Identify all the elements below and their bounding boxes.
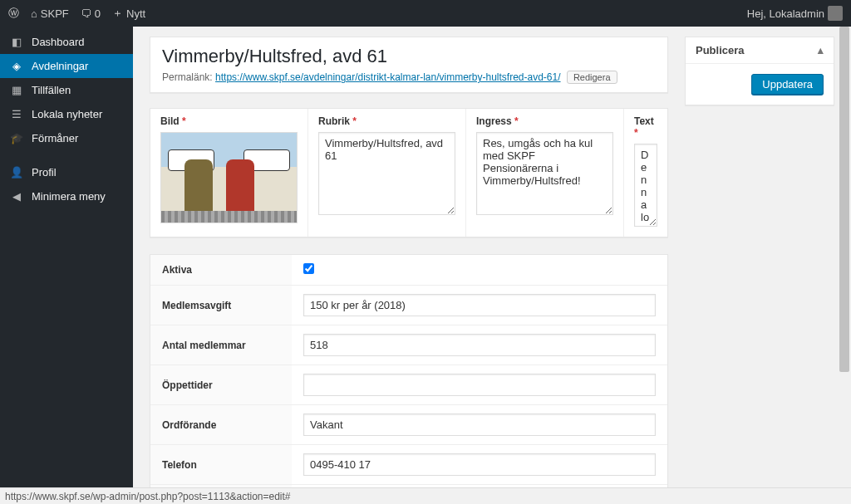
vertical-scrollbar[interactable] [838,27,851,487]
row-ordforande: Ordförande [150,405,667,445]
sidebar-item-label: Avdelningar [32,60,88,72]
sidebar-item-label: Profil [32,166,57,179]
ordforande-label: Ordförande [150,405,292,445]
sidebar-item-label: Dashboard [32,36,85,48]
greeting: Hej, Lokaladmin [747,7,824,20]
text-label: Text * [634,115,657,139]
sidebar-item-minimize[interactable]: ◀ Minimera meny [0,184,133,208]
row-oppettider: Öppettider [150,365,667,405]
new-label: Nytt [126,7,145,20]
sidebar-item-label: Tillfällen [32,84,71,96]
telefon-label: Telefon [150,445,292,485]
sidebar-item-label: Minimera meny [32,190,106,203]
medlemsavgift-input[interactable] [303,294,656,316]
sidebar-item-avdelningar[interactable]: ◈ Avdelningar [0,54,133,78]
sidebar-item-lokala-nyheter[interactable]: ☰ Lokala nyheter [0,102,133,126]
wp-logo-link[interactable]: ⓦ [8,6,19,21]
new-link[interactable]: ＋ Nytt [112,6,145,21]
news-icon: ☰ [8,108,25,120]
oppettider-label: Öppettider [150,365,292,405]
permalink-label: Permalänk: [162,71,213,83]
admin-sidebar: ◧ Dashboard ◈ Avdelningar ▦ Tillfällen ☰… [0,27,133,504]
publish-title: Publicera [696,44,745,56]
scrollbar-thumb[interactable] [839,27,849,372]
divisions-icon: ◈ [8,60,25,72]
top-fields-panel: Bild * Rubrik * Ingress * [150,108,668,237]
comment-icon: 🗨 [81,7,91,20]
aktiva-label: Aktiva [150,255,292,286]
rubrik-input[interactable] [318,132,455,215]
page-title: Vimmerby/Hultsfred, avd 61 [162,46,656,67]
bild-label: Bild * [160,115,298,127]
admin-toolbar: ⓦ ⌂ SKPF 🗨 0 ＋ Nytt Hej, Lokaladmin [0,0,851,27]
sidebar-item-profil[interactable]: 👤 Profil [0,160,133,184]
sidebar-item-label: Lokala nyheter [32,108,102,120]
home-icon: ⌂ [31,7,37,20]
row-antal: Antal medlemmar [150,325,667,365]
edit-permalink-button[interactable]: Redigera [567,71,617,84]
update-button[interactable]: Uppdatera [751,74,824,95]
sidebar-item-tillfallen[interactable]: ▦ Tillfällen [0,78,133,102]
collapse-icon: ◀ [8,190,25,203]
row-telefon: Telefon [150,445,667,485]
antal-input[interactable] [303,334,656,356]
status-url: https://www.skpf.se/wp-admin/post.php?po… [5,491,291,502]
page-header: Vimmerby/Hultsfred, avd 61 Permalänk: ht… [150,37,668,93]
sidebar-item-formaner[interactable]: 🎓 Förmåner [0,126,133,150]
ingress-input[interactable] [476,132,613,215]
calendar-icon: ▦ [8,84,25,96]
status-bar: https://www.skpf.se/wp-admin/post.php?po… [0,487,851,504]
permalink-row: Permalänk: https://www.skpf.se/avdelning… [162,71,656,84]
sidebar-item-dashboard[interactable]: ◧ Dashboard [0,30,133,54]
text-input[interactable] [634,144,657,227]
profile-icon: 👤 [8,166,25,179]
benefits-icon: 🎓 [8,132,25,144]
toggle-panel-icon[interactable]: ▴ [818,44,824,56]
sidebar-item-label: Förmåner [32,132,78,144]
ordforande-input[interactable] [303,413,656,436]
row-aktiva: Aktiva [150,255,667,286]
row-medlemsavgift: Medlemsavgift [150,286,667,325]
feature-image[interactable] [160,132,298,223]
telefon-input[interactable] [303,453,656,476]
comments-count: 0 [95,7,101,20]
comments-link[interactable]: 🗨 0 [81,7,101,20]
rubrik-label: Rubrik * [318,115,455,127]
medlemsavgift-label: Medlemsavgift [150,286,292,325]
antal-label: Antal medlemmar [150,325,292,365]
plus-icon: ＋ [112,6,123,21]
avatar [828,6,843,21]
ingress-label: Ingress * [476,115,613,127]
site-name: SKPF [41,7,69,20]
publish-box: Publicera ▴ Uppdatera [685,37,834,105]
permalink-url[interactable]: https://www.skpf.se/avdelningar/distrikt… [215,71,560,83]
dashboard-icon: ◧ [8,36,25,48]
account-link[interactable]: Hej, Lokaladmin [747,6,843,21]
aktiva-checkbox[interactable] [303,263,314,274]
oppettider-input[interactable] [303,374,656,396]
site-link[interactable]: ⌂ SKPF [31,7,69,20]
wordpress-icon: ⓦ [8,6,19,21]
details-panel: Aktiva Medlemsavgift Antal medlemmar Öpp… [150,254,668,504]
